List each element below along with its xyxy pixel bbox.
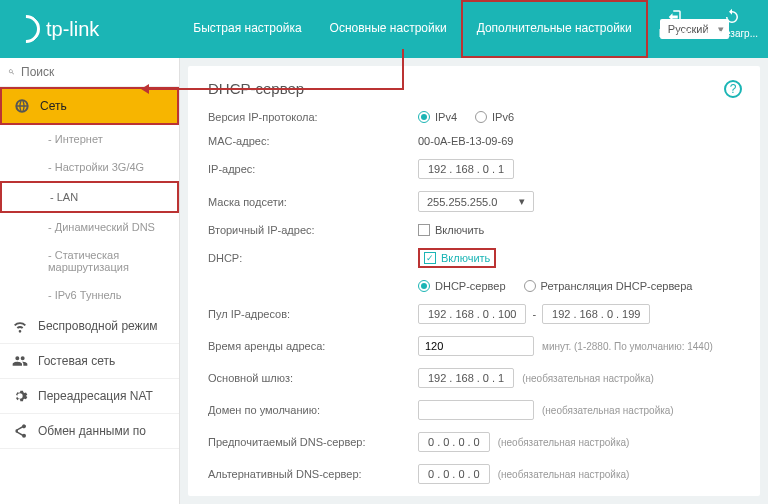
- dns2-input[interactable]: 0.0.0.0: [418, 464, 490, 484]
- help-icon[interactable]: ?: [724, 80, 742, 98]
- tab-quick[interactable]: Быстрая настройка: [179, 0, 315, 58]
- domain-input[interactable]: [418, 400, 534, 420]
- gear-icon: [12, 388, 28, 404]
- search-box[interactable]: [0, 58, 179, 87]
- nav-ddns[interactable]: - Динамический DNS: [0, 213, 179, 241]
- wifi-icon: [12, 318, 28, 334]
- nav-3g4g[interactable]: - Настройки 3G/4G: [0, 153, 179, 181]
- nav-lan[interactable]: - LAN: [0, 181, 179, 213]
- brand-logo: tp-link: [12, 15, 99, 43]
- secondary-ip-checkbox[interactable]: [418, 224, 430, 236]
- share-icon: [12, 423, 28, 439]
- radio-ipv4[interactable]: IPv4: [418, 111, 457, 123]
- nav-ipv6-tunnel[interactable]: - IPv6 Туннель: [0, 281, 179, 309]
- reboot-button[interactable]: Перезагр...: [707, 8, 758, 39]
- pool-start-input[interactable]: 192.168.0.100: [418, 304, 526, 324]
- ip-address-input[interactable]: 192.168.0.1: [418, 159, 514, 179]
- logout-button[interactable]: Выход: [659, 8, 689, 39]
- nav-static-route[interactable]: - Статическая маршрутизация: [0, 241, 179, 281]
- chevron-down-icon: ▾: [519, 195, 525, 208]
- mac-value: 00-0A-EB-13-09-69: [418, 135, 513, 147]
- radio-dhcp-server[interactable]: DHCP-сервер: [418, 280, 506, 292]
- search-input[interactable]: [21, 65, 171, 79]
- nav-network[interactable]: Сеть: [0, 87, 179, 125]
- radio-dhcp-relay[interactable]: Ретрансляция DHCP-сервера: [524, 280, 693, 292]
- tab-advanced[interactable]: Дополнительные настройки: [461, 0, 648, 58]
- page-title: DHCP-сервер: [208, 80, 740, 97]
- tab-basic[interactable]: Основные настройки: [316, 0, 461, 58]
- nav-guest[interactable]: Гостевая сеть: [0, 344, 179, 379]
- dhcp-enable-checkbox[interactable]: [424, 252, 436, 264]
- globe-icon: [14, 98, 30, 114]
- nav-internet[interactable]: - Интернет: [0, 125, 179, 153]
- lease-time-input[interactable]: [418, 336, 534, 356]
- pool-end-input[interactable]: 192.168.0.199: [542, 304, 650, 324]
- subnet-mask-select[interactable]: 255.255.255.0▾: [418, 191, 534, 212]
- nav-wireless[interactable]: Беспроводной режим: [0, 309, 179, 344]
- search-icon: [8, 64, 15, 80]
- users-icon: [12, 353, 28, 369]
- gateway-input[interactable]: 192.168.0.1: [418, 368, 514, 388]
- nav-share[interactable]: Обмен данными по: [0, 414, 179, 449]
- nav-nat[interactable]: Переадресация NAT: [0, 379, 179, 414]
- dns1-input[interactable]: 0.0.0.0: [418, 432, 490, 452]
- radio-ipv6[interactable]: IPv6: [475, 111, 514, 123]
